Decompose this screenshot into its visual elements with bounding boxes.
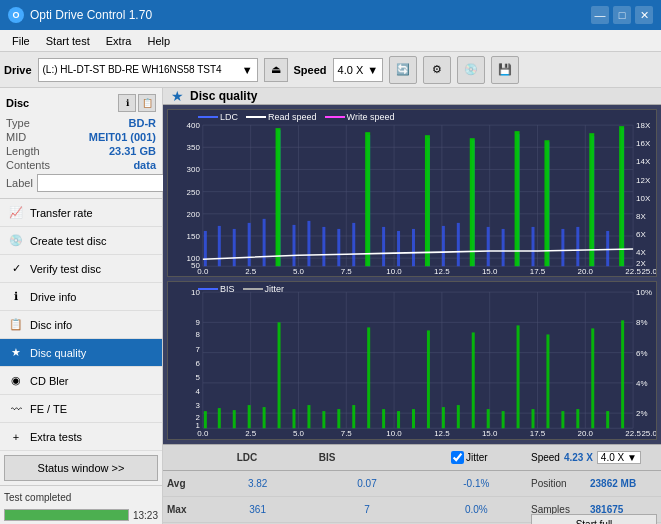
disc-icon-button[interactable]: 💿 bbox=[457, 56, 485, 84]
save-button[interactable]: 💾 bbox=[491, 56, 519, 84]
sidebar-item-disc-info[interactable]: 📋 Disc info bbox=[0, 311, 162, 339]
svg-rect-49 bbox=[233, 229, 236, 266]
svg-text:14X: 14X bbox=[636, 157, 651, 166]
stats-avg-row: Avg 3.82 0.07 -0.1% Position 23862 MB bbox=[163, 471, 661, 497]
sidebar-item-fe-te[interactable]: 〰 FE / TE bbox=[0, 395, 162, 423]
svg-rect-59 bbox=[382, 227, 385, 266]
drive-value: (L:) HL-DT-ST BD-RE WH16NS58 TST4 bbox=[43, 64, 238, 75]
avg-bis: 0.07 bbox=[312, 478, 421, 489]
position-row: Position 23862 MB bbox=[531, 478, 657, 489]
svg-rect-56 bbox=[337, 229, 340, 266]
disc-info-button[interactable]: ℹ bbox=[118, 94, 136, 112]
status-text: Test completed bbox=[4, 492, 158, 503]
svg-rect-66 bbox=[487, 227, 490, 266]
menu-extra[interactable]: Extra bbox=[98, 33, 140, 49]
svg-rect-55 bbox=[322, 227, 325, 266]
svg-rect-138 bbox=[367, 328, 370, 429]
svg-rect-149 bbox=[532, 409, 535, 428]
svg-rect-53 bbox=[292, 225, 295, 266]
svg-text:10%: 10% bbox=[636, 288, 652, 297]
refresh-button[interactable]: 🔄 bbox=[389, 56, 417, 84]
speed-set-selector[interactable]: 4.0 X ▼ bbox=[597, 451, 641, 464]
max-ldc: 361 bbox=[203, 504, 312, 515]
svg-rect-132 bbox=[278, 323, 281, 429]
svg-text:10.0: 10.0 bbox=[386, 430, 402, 439]
samples-value: 381675 bbox=[590, 504, 623, 515]
svg-rect-130 bbox=[248, 405, 251, 428]
svg-rect-57 bbox=[352, 223, 355, 266]
status-window-button[interactable]: Status window >> bbox=[4, 455, 158, 481]
disc-type-value: BD-R bbox=[129, 117, 157, 129]
drive-label: Drive bbox=[4, 64, 32, 76]
disc-quality-icon: ★ bbox=[8, 345, 24, 361]
svg-rect-83 bbox=[619, 126, 624, 266]
menu-help[interactable]: Help bbox=[139, 33, 178, 49]
bis-header: BIS bbox=[287, 452, 367, 463]
sidebar-item-create-test-disc[interactable]: 💿 Create test disc bbox=[0, 227, 162, 255]
avg-cells: 3.82 0.07 -0.1% bbox=[203, 478, 531, 489]
svg-text:8X: 8X bbox=[636, 212, 646, 221]
bis-legend-label: BIS bbox=[220, 284, 235, 294]
svg-rect-144 bbox=[457, 405, 460, 428]
speed-info-label: Speed bbox=[531, 452, 560, 463]
menu-file[interactable]: File bbox=[4, 33, 38, 49]
maximize-button[interactable]: □ bbox=[613, 6, 631, 24]
ldc-chart: LDC Read speed Write speed bbox=[167, 109, 657, 277]
sidebar-item-cd-bler[interactable]: ◉ CD Bler bbox=[0, 367, 162, 395]
svg-rect-146 bbox=[487, 409, 490, 428]
minimize-button[interactable]: — bbox=[591, 6, 609, 24]
eject-button[interactable]: ⏏ bbox=[264, 58, 288, 82]
stats-bar: LDC BIS Jitter Speed 4.23 X 4.0 X ▼ bbox=[163, 444, 661, 524]
svg-text:15.0: 15.0 bbox=[482, 267, 498, 276]
speed-selector[interactable]: 4.0 X ▼ bbox=[333, 58, 384, 82]
svg-rect-47 bbox=[204, 231, 207, 266]
svg-text:12.5: 12.5 bbox=[434, 430, 450, 439]
jitter-checkbox-area[interactable]: Jitter bbox=[451, 451, 531, 464]
svg-rect-76 bbox=[276, 128, 281, 266]
max-cells: 361 7 0.0% bbox=[203, 504, 531, 515]
settings-button[interactable]: ⚙ bbox=[423, 56, 451, 84]
titlebar: O Opti Drive Control 1.70 — □ ✕ bbox=[0, 0, 661, 30]
app-title: Opti Drive Control 1.70 bbox=[30, 8, 152, 22]
svg-text:4%: 4% bbox=[636, 379, 647, 388]
fe-te-icon: 〰 bbox=[8, 401, 24, 417]
svg-rect-63 bbox=[442, 226, 445, 266]
disc-label-row: Label ✏ bbox=[6, 174, 156, 192]
disc-image-button[interactable]: 📋 bbox=[138, 94, 156, 112]
menu-start-test[interactable]: Start test bbox=[38, 33, 98, 49]
svg-text:5: 5 bbox=[195, 373, 200, 382]
sidebar-item-transfer-rate[interactable]: 📈 Transfer rate bbox=[0, 199, 162, 227]
sidebar-item-extra-tests[interactable]: + Extra tests bbox=[0, 423, 162, 451]
drivebar: Drive (L:) HL-DT-ST BD-RE WH16NS58 TST4 … bbox=[0, 52, 661, 88]
speed-set-value: 4.0 X bbox=[601, 452, 624, 463]
write-speed-legend-label: Write speed bbox=[347, 112, 395, 122]
chevron-down-icon: ▼ bbox=[242, 64, 253, 76]
svg-text:7.5: 7.5 bbox=[341, 430, 353, 439]
sidebar-item-drive-info[interactable]: ℹ Drive info bbox=[0, 283, 162, 311]
svg-text:16X: 16X bbox=[636, 139, 651, 148]
read-speed-legend-color bbox=[246, 116, 266, 118]
jitter-legend-label: Jitter bbox=[265, 284, 285, 294]
svg-text:4X: 4X bbox=[636, 248, 646, 257]
svg-text:22.5: 22.5 bbox=[625, 430, 641, 439]
sidebar-item-disc-quality[interactable]: ★ Disc quality bbox=[0, 339, 162, 367]
chart2-svg: 10 9 8 7 6 5 4 3 2 1 0.0 2.5 bbox=[168, 282, 656, 438]
svg-text:250: 250 bbox=[187, 188, 201, 197]
svg-rect-48 bbox=[218, 226, 221, 266]
disc-contents-label: Contents bbox=[6, 159, 50, 171]
close-button[interactable]: ✕ bbox=[635, 6, 653, 24]
drive-selector[interactable]: (L:) HL-DT-ST BD-RE WH16NS58 TST4 ▼ bbox=[38, 58, 258, 82]
sidebar-item-verify-test-disc[interactable]: ✓ Verify test disc bbox=[0, 255, 162, 283]
progress-bar bbox=[4, 509, 129, 521]
start-full-button[interactable]: Start full bbox=[531, 514, 657, 524]
jitter-checkbox[interactable] bbox=[451, 451, 464, 464]
disc-contents-value: data bbox=[133, 159, 156, 171]
svg-rect-81 bbox=[544, 140, 549, 266]
svg-rect-139 bbox=[382, 409, 385, 428]
sidebar-item-label: Disc info bbox=[30, 319, 72, 331]
disc-panel: Disc ℹ 📋 Type BD-R MID MEIT01 (001) Leng… bbox=[0, 88, 162, 199]
disc-label-input[interactable] bbox=[37, 174, 170, 192]
speed-actual-value: 4.23 X bbox=[564, 452, 593, 463]
svg-rect-151 bbox=[561, 411, 564, 428]
svg-rect-51 bbox=[263, 219, 266, 266]
